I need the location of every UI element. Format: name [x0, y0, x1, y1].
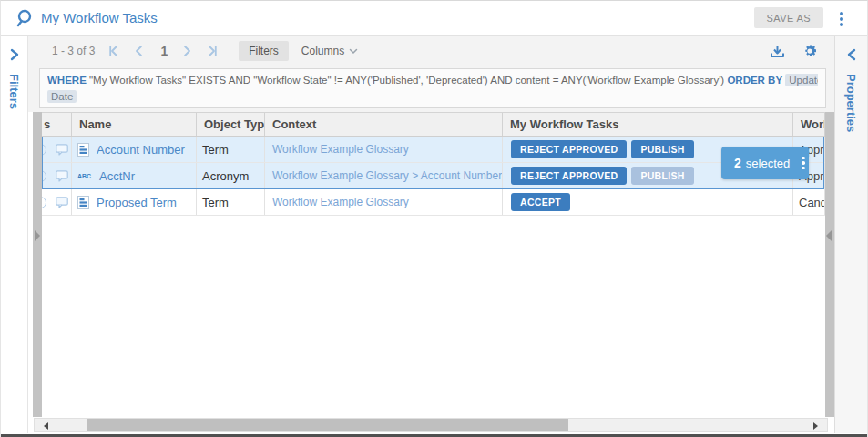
right-splitter-handle[interactable]: [825, 112, 834, 417]
export-download-icon[interactable]: [770, 44, 785, 59]
where-keyword: WHERE: [47, 75, 87, 86]
properties-panel-label: Properties: [844, 74, 858, 132]
row-flags-cell: [42, 137, 72, 162]
order-field-tag: Date: [47, 90, 77, 103]
first-page-icon[interactable]: [107, 45, 120, 57]
last-page-icon[interactable]: [206, 45, 219, 57]
chevron-down-icon: [349, 48, 358, 55]
asset-name-link[interactable]: AcctNr: [99, 169, 135, 183]
app-window: My Workflow Tasks SAVE AS Filters Proper…: [0, 0, 868, 437]
chevron-left-icon[interactable]: [846, 48, 857, 61]
context-cell: Workflow Example Glossary > Account Numb…: [265, 163, 503, 188]
context-cell: Workflow Example Glossary: [265, 137, 503, 162]
selection-badge[interactable]: 2 selected: [721, 147, 809, 179]
status-circle-icon: [42, 197, 46, 208]
column-header[interactable]: s: [42, 113, 72, 136]
query-clause: "My Workflow Tasks" EXISTS AND "Workflow…: [89, 75, 724, 86]
table-row[interactable]: Account NumberTermWorkflow Example Gloss…: [42, 137, 825, 163]
workflow-tasks-table: sNameObject TypeContextMy Workflow Tasks…: [42, 112, 825, 417]
query-line-2: Date: [47, 88, 818, 105]
asset-name-link[interactable]: Proposed Term: [97, 196, 177, 209]
workflow-actions-cell: ACCEPT: [503, 189, 793, 215]
query-line-1: WHERE "My Workflow Tasks" EXISTS AND "Wo…: [47, 72, 818, 88]
scroll-left-icon[interactable]: [44, 422, 48, 430]
row-flags-cell: [42, 189, 72, 215]
table-header-row: sNameObject TypeContextMy Workflow Tasks…: [42, 113, 825, 137]
order-by-keyword: ORDER BY: [727, 75, 782, 86]
column-header[interactable]: Name: [72, 113, 197, 136]
status-circle-icon: [42, 144, 46, 156]
term-document-icon: [77, 143, 89, 157]
context-link[interactable]: Workflow Example Glossary: [272, 143, 409, 156]
save-as-button[interactable]: SAVE AS: [754, 7, 823, 28]
columns-dropdown[interactable]: Columns: [301, 45, 358, 57]
top-header: My Workflow Tasks SAVE AS: [1, 1, 868, 36]
settings-gear-icon[interactable]: [802, 43, 818, 59]
selection-actions-icon[interactable]: [799, 155, 808, 172]
view-filter-query[interactable]: WHERE "My Workflow Tasks" EXISTS AND "Wo…: [39, 68, 826, 108]
object-type-cell: Acronym: [197, 163, 265, 188]
previous-page-icon[interactable]: [133, 45, 146, 57]
table-row[interactable]: ABCAcctNrAcronymWorkflow Example Glossar…: [42, 163, 825, 189]
context-link[interactable]: Workflow Example Glossary > Account Numb…: [272, 169, 502, 182]
row-flags-cell: [42, 163, 72, 188]
term-document-icon: [77, 196, 89, 209]
page-title: My Workflow Tasks: [41, 10, 158, 25]
context-link[interactable]: Workflow Example Glossary: [272, 196, 409, 208]
workflow-action-button[interactable]: PUBLISH: [631, 167, 693, 185]
name-cell: Proposed Term: [72, 189, 197, 215]
filters-panel-label: Filters: [7, 74, 21, 109]
selection-label: selected: [746, 157, 790, 170]
search-icon: [15, 8, 36, 28]
grid-toolbar: 1 - 3 of 3 1 Filters Columns: [28, 36, 834, 66]
workflow-action-button[interactable]: PUBLISH: [631, 140, 693, 158]
next-page-icon[interactable]: [180, 45, 193, 57]
name-cell: ABCAcctNr: [72, 163, 197, 188]
object-type-cell: Term: [197, 189, 265, 215]
comment-icon: [56, 144, 68, 156]
column-header[interactable]: Context: [265, 113, 503, 136]
filters-button[interactable]: Filters: [239, 41, 289, 61]
order-field-tag: Updated: [785, 74, 818, 86]
horizontal-scrollbar[interactable]: [34, 418, 828, 432]
asset-name-link[interactable]: Account Number: [97, 143, 185, 157]
scrollbar-thumb[interactable]: [87, 419, 568, 431]
comment-icon: [56, 170, 68, 182]
workflow-action-button[interactable]: REJECT APPROVED: [511, 140, 627, 158]
context-cell: Workflow Example Glossary: [265, 189, 503, 215]
object-type-cell: Term: [197, 137, 265, 162]
workflow-action-button[interactable]: REJECT APPROVED: [511, 167, 627, 185]
comment-icon: [56, 197, 68, 208]
column-header[interactable]: Workflow State: [793, 113, 825, 136]
pagination-range: 1 - 3 of 3: [52, 45, 95, 57]
more-options-icon[interactable]: [838, 10, 845, 28]
name-cell: Account Number: [72, 137, 197, 162]
status-circle-icon: [42, 170, 46, 182]
workflow-action-button[interactable]: ACCEPT: [511, 193, 570, 211]
expand-right-icon[interactable]: [35, 230, 40, 241]
column-header[interactable]: My Workflow Tasks: [503, 113, 793, 136]
acronym-abc-icon: ABC: [77, 173, 92, 179]
chevron-right-icon[interactable]: [9, 48, 20, 61]
left-splitter-handle[interactable]: [33, 112, 42, 417]
scroll-right-icon[interactable]: [813, 422, 818, 430]
columns-dropdown-label: Columns: [301, 45, 344, 57]
workflow-state-cell: Candidate: [793, 189, 825, 215]
filters-panel-collapsed[interactable]: Filters: [1, 36, 28, 433]
table-row[interactable]: Proposed TermTermWorkflow Example Glossa…: [42, 189, 825, 216]
selection-count: 2: [734, 156, 741, 170]
properties-panel-collapsed[interactable]: Properties: [834, 36, 867, 433]
column-header[interactable]: Object Type: [197, 113, 265, 136]
expand-left-icon[interactable]: [826, 230, 832, 241]
current-page-number: 1: [160, 44, 168, 58]
